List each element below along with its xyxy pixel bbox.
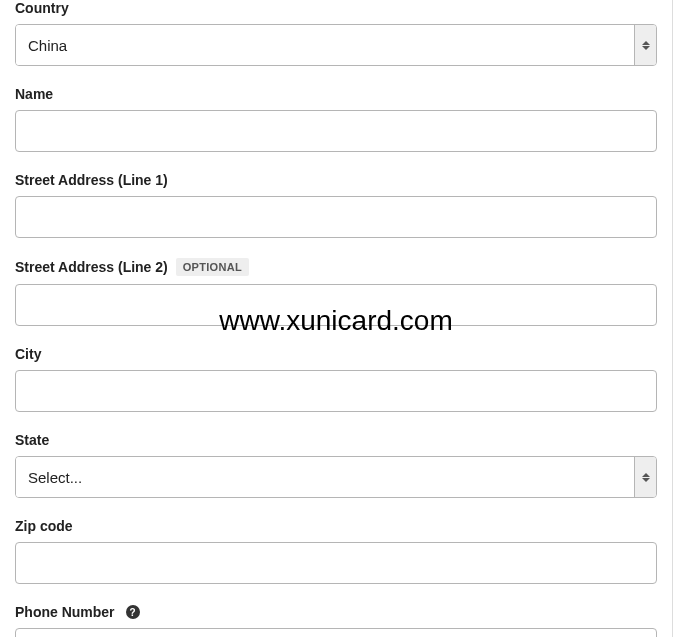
state-select-stepper[interactable] bbox=[634, 457, 656, 497]
phone-group: Phone Number ? bbox=[15, 604, 657, 637]
state-group: State Select... bbox=[15, 432, 657, 498]
state-select-value[interactable]: Select... bbox=[16, 457, 634, 497]
street2-label: Street Address (Line 2) bbox=[15, 259, 168, 275]
city-input[interactable] bbox=[15, 370, 657, 412]
street1-input[interactable] bbox=[15, 196, 657, 238]
street2-group: Street Address (Line 2) OPTIONAL bbox=[15, 258, 657, 326]
name-group: Name bbox=[15, 86, 657, 152]
country-select-stepper[interactable] bbox=[634, 25, 656, 65]
optional-badge: OPTIONAL bbox=[176, 258, 249, 276]
city-group: City bbox=[15, 346, 657, 412]
help-icon[interactable]: ? bbox=[126, 605, 140, 619]
street1-group: Street Address (Line 1) bbox=[15, 172, 657, 238]
phone-input[interactable] bbox=[15, 628, 657, 637]
country-select-value[interactable]: China bbox=[16, 25, 634, 65]
phone-label-row: Phone Number ? bbox=[15, 604, 657, 620]
country-label: Country bbox=[15, 0, 657, 16]
street2-label-row: Street Address (Line 2) OPTIONAL bbox=[15, 258, 657, 276]
chevron-up-icon bbox=[642, 473, 650, 477]
name-label: Name bbox=[15, 86, 657, 102]
country-select[interactable]: China bbox=[15, 24, 657, 66]
chevron-up-icon bbox=[642, 41, 650, 45]
zip-input[interactable] bbox=[15, 542, 657, 584]
address-form: Country China Name Street Address (Line … bbox=[0, 0, 672, 637]
country-group: Country China bbox=[15, 0, 657, 66]
street1-label: Street Address (Line 1) bbox=[15, 172, 657, 188]
city-label: City bbox=[15, 346, 657, 362]
state-select[interactable]: Select... bbox=[15, 456, 657, 498]
phone-label: Phone Number bbox=[15, 604, 115, 620]
chevron-down-icon bbox=[642, 46, 650, 50]
name-input[interactable] bbox=[15, 110, 657, 152]
chevron-down-icon bbox=[642, 478, 650, 482]
zip-label: Zip code bbox=[15, 518, 657, 534]
zip-group: Zip code bbox=[15, 518, 657, 584]
street2-input[interactable] bbox=[15, 284, 657, 326]
state-label: State bbox=[15, 432, 657, 448]
